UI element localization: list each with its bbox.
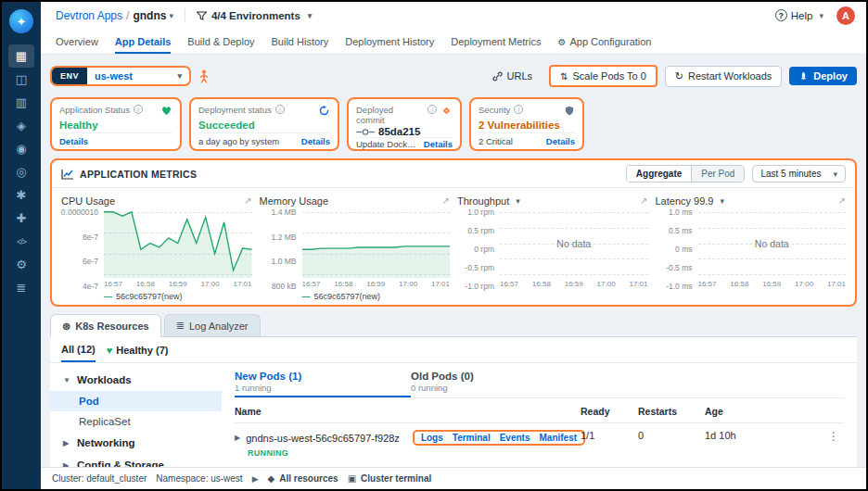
help-icon: ?: [775, 9, 787, 21]
clusters-icon[interactable]: ◎: [8, 160, 34, 183]
deploy-button[interactable]: Deploy: [789, 67, 857, 85]
all-resources-label: All resources: [279, 473, 338, 484]
info-icon[interactable]: i: [514, 105, 523, 114]
info-icon[interactable]: i: [134, 105, 143, 114]
info-icon[interactable]: i: [428, 105, 437, 114]
filter-all[interactable]: All (12): [61, 337, 96, 362]
app-groups-icon[interactable]: ▥: [8, 91, 34, 114]
code-icon[interactable]: </>: [8, 230, 34, 253]
x-tick-label: 17:01: [431, 280, 450, 290]
jobs-icon[interactable]: ◫: [8, 68, 34, 91]
all-resources-link[interactable]: ◆ All resources: [268, 473, 338, 484]
tab-k8s-resources[interactable]: ⊛ K8s Resources: [50, 314, 161, 337]
deployment-status-details-link[interactable]: Details: [301, 136, 330, 146]
stack-icon[interactable]: ≣: [8, 276, 34, 299]
y-tick-label: 8e-7: [83, 233, 98, 242]
heart-icon: [160, 105, 172, 119]
info-icon[interactable]: i: [275, 105, 285, 114]
commit-hash[interactable]: 85da215: [378, 126, 420, 137]
events-button[interactable]: Events: [500, 433, 530, 443]
tab-build-history[interactable]: Build History: [272, 36, 329, 54]
chevron-down-icon[interactable]: ▾: [721, 196, 725, 206]
tab-build-deploy[interactable]: Build & Deploy: [187, 36, 254, 54]
deployed-commit-card[interactable]: Deployed commit i 85da215 Update Dockerf…: [347, 97, 462, 151]
per-pod-toggle[interactable]: Per Pod: [691, 166, 744, 182]
expand-icon[interactable]: ↗: [838, 195, 846, 206]
security-icon[interactable]: ◉: [8, 137, 34, 160]
chevron-down-icon[interactable]: ▾: [516, 196, 520, 206]
tab-app-configuration[interactable]: ⚙App Configuration: [557, 36, 651, 54]
applications-icon[interactable]: ▦: [8, 44, 34, 68]
tab-log-analyzer[interactable]: ≣ Log Analyzer: [164, 314, 261, 336]
tab-overview[interactable]: Overview: [56, 36, 98, 54]
manifest-button[interactable]: Manifest: [540, 433, 578, 443]
chevron-right-icon[interactable]: ▶: [252, 474, 259, 484]
chart-store-icon[interactable]: ◈: [8, 114, 34, 137]
deployment-status-card[interactable]: Deployment status i Succeeded a day ago …: [189, 97, 339, 151]
security-details-link[interactable]: Details: [546, 136, 575, 146]
row-menu-kebab-icon[interactable]: ⋮: [823, 430, 844, 443]
y-tick-label: 1.0 MB: [272, 257, 297, 266]
breadcrumb-root[interactable]: Devtron Apps: [56, 9, 122, 22]
logs-button[interactable]: Logs: [421, 433, 443, 443]
old-pods-sub: 0 running: [411, 383, 587, 393]
tree-node-workloads[interactable]: ▼ Workloads: [50, 369, 222, 391]
hibernate-status-icon: [198, 69, 210, 83]
row-expand-chevron-icon[interactable]: ▶: [235, 434, 240, 442]
expand-icon[interactable]: ↗: [442, 195, 450, 206]
deployed-commit-details-link[interactable]: Details: [424, 139, 453, 149]
cluster-terminal-link[interactable]: ▣ Cluster terminal: [348, 473, 432, 484]
scale-pods-button[interactable]: ⇅ Scale Pods To 0: [549, 65, 657, 87]
expand-icon[interactable]: ↗: [244, 195, 251, 206]
app-switcher-chevron-icon[interactable]: ▾: [169, 11, 173, 20]
application-status-details-link[interactable]: Details: [59, 136, 88, 146]
aggregate-toggle[interactable]: Aggregate: [627, 166, 691, 182]
bulk-edit-icon[interactable]: ✱: [8, 183, 34, 207]
application-status-card[interactable]: Application Status i Healthy Details: [50, 97, 182, 151]
metrics-title: APPLICATION METRICS: [80, 169, 197, 180]
chart-series: [104, 208, 252, 278]
restart-workloads-button[interactable]: ↻ Restart Workloads: [665, 66, 783, 87]
help-menu[interactable]: ? Help ▾: [775, 9, 823, 21]
chart-legend: [457, 290, 648, 302]
scale-pods-label: Scale Pods To 0: [573, 70, 646, 82]
chevron-right-icon: ▶: [63, 461, 70, 468]
breadcrumb-separator: /: [126, 9, 129, 22]
terminal-button[interactable]: Terminal: [453, 433, 491, 443]
scale-icon: ⇅: [560, 71, 568, 82]
tab-old-pods[interactable]: Old Pods (0) 0 running: [411, 369, 587, 397]
x-tick-label: 16:59: [762, 280, 781, 290]
tab-deployment-history[interactable]: Deployment History: [345, 36, 434, 54]
alert-diamond-icon: [440, 105, 453, 119]
avatar[interactable]: A: [836, 6, 855, 25]
urls-button[interactable]: URLs: [483, 67, 542, 85]
security-critical-count: 2 Critical: [479, 136, 513, 146]
tree-node-config-storage[interactable]: ▶ Config & Storage: [50, 454, 222, 467]
x-tick-label: 16:59: [565, 280, 583, 290]
breadcrumb-app[interactable]: gndns: [133, 9, 166, 22]
settings-icon[interactable]: ⚙: [8, 253, 34, 276]
environment-select[interactable]: us-west ▾: [87, 68, 189, 84]
pod-name[interactable]: gndns-us-west-56c9c65797-f928z: [246, 433, 400, 444]
tab-app-details[interactable]: App Details: [115, 36, 172, 54]
devtron-logo[interactable]: ✦: [9, 9, 33, 33]
filter-healthy[interactable]: ♥ Healthy (7): [107, 337, 169, 362]
workloads-label: Workloads: [77, 374, 132, 385]
deployed-commit-value: 85da215: [356, 126, 453, 137]
security-card[interactable]: Security i 2 Vulnerabilities 2 Critical …: [469, 97, 584, 151]
environment-select-value: us-west: [95, 70, 133, 82]
x-tick-label: 17:00: [795, 280, 813, 290]
tab-deployment-metrics[interactable]: Deployment Metrics: [451, 36, 541, 54]
tab-new-pods[interactable]: New Pods (1) 1 running: [235, 369, 411, 397]
latency-chart: Latency 99.9▾↗1.0 ms0.5 ms0 ms-0.5 ms-1.…: [656, 193, 847, 302]
global-config-icon[interactable]: ✚: [8, 207, 34, 230]
tree-node-replicaset[interactable]: ReplicaSet: [50, 411, 222, 432]
env-label: ENV: [52, 68, 87, 84]
expand-icon[interactable]: ↗: [640, 195, 647, 206]
application-status-value: Healthy: [59, 120, 172, 131]
environments-dropdown[interactable]: 4/4 Environments ▾: [197, 10, 312, 21]
time-range-select[interactable]: Last 5 minutes ▾: [752, 165, 846, 183]
tree-node-pod[interactable]: Pod: [50, 391, 222, 411]
y-axis: 1.4 MB1.2 MB1.0 MB800 kB: [260, 208, 302, 290]
tree-node-networking[interactable]: ▶ Networking: [50, 432, 222, 454]
